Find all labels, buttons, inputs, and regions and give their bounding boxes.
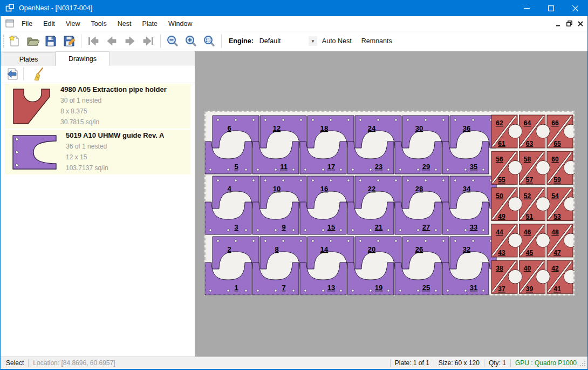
part-number: 20 [368, 245, 375, 253]
plate-qty: Qty: 1 [489, 359, 506, 367]
zoom-in-button[interactable] [182, 33, 200, 49]
status-separator [390, 359, 391, 367]
engine-select[interactable]: Default ▼ [257, 35, 317, 47]
menu-item-tools[interactable]: Tools [86, 17, 112, 30]
part-number: 29 [422, 163, 430, 171]
part-number: 27 [422, 223, 430, 231]
part-number: 6 [227, 124, 231, 132]
mdi-minimize-icon[interactable] [556, 19, 561, 29]
part-number: 30 [415, 124, 423, 132]
mdi-restore-icon[interactable] [566, 19, 572, 29]
clear-drawings-button[interactable] [29, 66, 46, 82]
part-number: 9 [282, 223, 285, 231]
pipe-holder-thumbnail [12, 88, 52, 125]
part-number: 61 [498, 140, 505, 147]
part-number: 43 [498, 249, 505, 257]
part-number: 52 [524, 192, 531, 200]
part-number: 66 [551, 119, 559, 127]
status-bar: Select Location: [84.8696, 60.6957] Plat… [1, 356, 587, 369]
part-number: 63 [526, 140, 534, 147]
part-number: 16 [320, 185, 328, 193]
part-number: 23 [375, 163, 382, 171]
nest-canvas[interactable]: 6512111817242330293635431091615222128273… [195, 51, 588, 356]
part-number: 62 [496, 119, 503, 127]
open-file-button[interactable] [23, 33, 42, 49]
document-icon[interactable] [5, 19, 14, 28]
status-separator [434, 359, 434, 367]
close-button[interactable] [563, 0, 587, 16]
mode-indicator: Select [6, 359, 24, 367]
part-number: 42 [551, 265, 559, 272]
part-number: 47 [553, 249, 561, 257]
drawing-list-item[interactable]: 4980 A05 Extraction pipe holder 30 of 1 … [5, 84, 190, 129]
first-plate-button[interactable] [84, 33, 102, 49]
toolbar: Engine: Default ▼ Auto Nest Remnants [1, 31, 587, 51]
drawing-area: 30.7815 sq/in [60, 117, 167, 127]
resize-grip[interactable] [580, 360, 586, 368]
save-button[interactable] [42, 33, 60, 49]
tab-plates[interactable]: Plates [2, 52, 56, 66]
drawing-size: 12 x 15 [66, 152, 164, 163]
part-number: 1 [234, 284, 238, 292]
new-file-button[interactable] [5, 33, 23, 49]
maximize-button[interactable] [539, 0, 563, 16]
part-number: 37 [498, 285, 505, 293]
part-number: 24 [368, 124, 376, 132]
part-number: 18 [320, 124, 328, 132]
part-circular-cutout [508, 124, 522, 138]
last-plate-button[interactable] [139, 33, 158, 49]
part-circular-cutout [536, 124, 550, 138]
part-number: 35 [470, 163, 477, 171]
part-number: 50 [496, 192, 503, 200]
part-circular-cutout [508, 270, 522, 284]
next-plate-button[interactable] [121, 33, 139, 49]
app-window: OpenNest - [N0317-004] FileEditViewTools… [0, 0, 588, 370]
zoom-out-button[interactable] [163, 33, 182, 49]
menu-item-plate[interactable]: Plate [136, 17, 163, 30]
status-separator [28, 359, 29, 367]
menu-item-edit[interactable]: Edit [38, 17, 60, 30]
status-separator [484, 359, 484, 367]
part-number: 10 [273, 185, 281, 193]
plate-size: Size: 60 x 120 [439, 359, 480, 367]
menu-item-nest[interactable]: Nest [112, 17, 137, 30]
title-bar: OpenNest - [N0317-004] [1, 0, 587, 16]
c-guide-thumbnail [12, 134, 57, 170]
plate-view[interactable]: 6512111817242330293635431091615222128273… [204, 111, 575, 295]
drawing-nested-count: 36 of 1 nested [66, 141, 164, 152]
part-number: 28 [415, 185, 423, 193]
plate-count: Plate: 1 of 1 [395, 359, 429, 367]
part-number: 55 [498, 176, 505, 184]
tab-drawings[interactable]: Drawings [56, 51, 110, 66]
auto-nest-button[interactable]: Auto Nest [317, 34, 357, 48]
part-circular-cutout [536, 233, 550, 247]
save-as-button[interactable] [60, 33, 78, 49]
engine-selected-value: Default [259, 37, 281, 45]
part-number: 22 [368, 185, 375, 193]
chevron-down-icon[interactable]: ▼ [309, 36, 317, 46]
part-number: 41 [553, 285, 561, 293]
drawing-list-item[interactable]: 5019 A10 UHMW guide Rev. A 36 of 1 neste… [5, 130, 190, 174]
remnants-button[interactable]: Remnants [357, 34, 397, 48]
part-circular-cutout [536, 270, 550, 284]
part-number: 4 [227, 185, 231, 193]
app-icon [5, 4, 14, 12]
part-number: 40 [524, 265, 531, 272]
menu-item-window[interactable]: Window [163, 17, 197, 30]
minimize-button[interactable] [515, 0, 539, 16]
part-number: 34 [463, 185, 471, 193]
zoom-fit-button[interactable] [200, 33, 218, 49]
menu-item-file[interactable]: File [16, 17, 38, 30]
menu-bar: FileEditViewToolsNestPlateWindow [1, 16, 587, 31]
gpu-indicator: GPU : Quadro P1000 [515, 359, 577, 367]
part-circular-cutout [536, 160, 550, 174]
part-number: 38 [496, 265, 503, 272]
status-separator [510, 359, 511, 367]
previous-plate-button[interactable] [102, 33, 121, 49]
part-number: 57 [526, 176, 534, 184]
mdi-close-icon[interactable] [578, 19, 583, 29]
toolbar-separator [23, 68, 24, 80]
menu-item-view[interactable]: View [60, 17, 86, 30]
part-number: 53 [553, 213, 561, 220]
import-drawing-button[interactable] [4, 66, 21, 82]
